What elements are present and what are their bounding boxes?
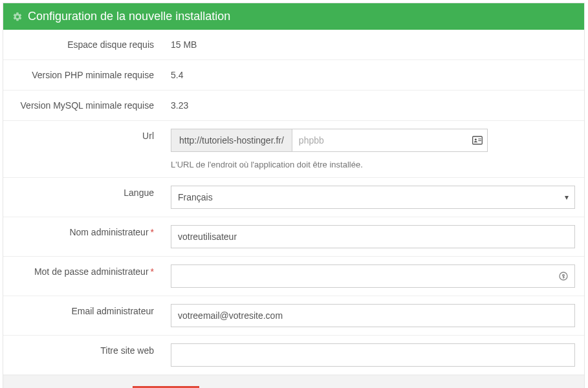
- label-mysql-version: Version MySQL minimale requise: [3, 91, 162, 120]
- url-help-text: L'URL de l'endroit où l'application doit…: [171, 160, 575, 169]
- label-admin-email: Email administrateur: [3, 296, 162, 335]
- site-title-input[interactable]: [171, 343, 575, 367]
- svg-point-1: [475, 138, 477, 140]
- row-php-version: Version PHP minimale requise 5.4: [3, 60, 584, 91]
- label-language: Langue: [3, 178, 162, 217]
- value-mysql-version: 3.23: [162, 91, 584, 120]
- address-card-icon[interactable]: [472, 136, 483, 145]
- required-marker: *: [151, 266, 154, 277]
- row-url: Url http://tutoriels-hostinger.fr/ L'URL…: [3, 121, 584, 178]
- gear-icon: [12, 12, 23, 22]
- row-language: Langue Français: [3, 178, 584, 217]
- language-select[interactable]: Français: [171, 186, 575, 209]
- url-prefix: http://tutoriels-hostinger.fr/: [171, 129, 292, 152]
- label-url: Url: [3, 121, 162, 177]
- row-disk-space: Espace disque requis 15 MB: [3, 30, 584, 60]
- value-disk-space: 15 MB: [162, 30, 584, 59]
- svg-rect-2: [478, 138, 481, 139]
- label-admin-name: Nom administrateur*: [3, 217, 162, 256]
- required-marker: *: [151, 227, 154, 237]
- label-php-version: Version PHP minimale requise: [3, 60, 162, 90]
- url-input-group: http://tutoriels-hostinger.fr/: [171, 129, 488, 152]
- url-path-input[interactable]: [292, 129, 488, 152]
- panel-header: Configuration de la nouvelle installatio…: [3, 3, 584, 30]
- label-disk-space: Espace disque requis: [3, 30, 162, 59]
- admin-name-input[interactable]: [171, 225, 575, 248]
- svg-rect-3: [478, 140, 481, 141]
- generate-password-icon[interactable]: [558, 271, 569, 281]
- row-admin-name: Nom administrateur*: [3, 217, 584, 257]
- row-mysql-version: Version MySQL minimale requise 3.23: [3, 91, 584, 121]
- value-php-version: 5.4: [162, 60, 584, 90]
- row-admin-password: Mot de passe administrateur*: [3, 257, 584, 296]
- label-site-title: Titre site web: [3, 336, 162, 374]
- row-site-title: Titre site web: [3, 336, 584, 375]
- panel-footer: Installer: [3, 375, 584, 388]
- install-config-panel: Configuration de la nouvelle installatio…: [3, 3, 585, 388]
- panel-title: Configuration de la nouvelle installatio…: [28, 10, 230, 23]
- admin-password-input[interactable]: [171, 264, 575, 288]
- label-admin-password: Mot de passe administrateur*: [3, 257, 162, 296]
- row-admin-email: Email administrateur: [3, 296, 584, 336]
- admin-email-input[interactable]: [171, 304, 575, 327]
